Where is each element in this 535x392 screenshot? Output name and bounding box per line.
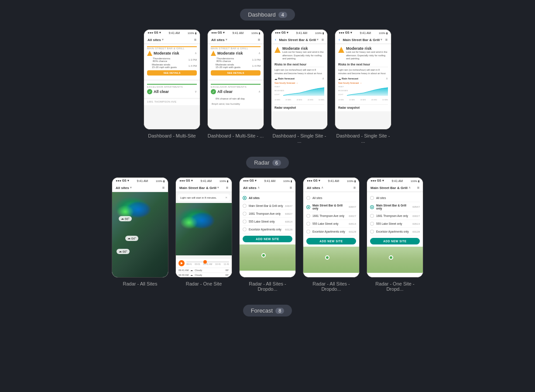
- add-new-site-button-2[interactable]: ADD NEW SITE: [306, 238, 356, 244]
- radio-lake-2: [306, 222, 310, 226]
- thunderstorms-time: 1-3 PM: [189, 58, 197, 61]
- radar-nav-dropdown-3: Main Street Bar & Grill ∧ ≡: [367, 184, 423, 192]
- phone-content-2: MAIN STREET BAR & GRILL Moderate risk ∧ …: [208, 44, 264, 129]
- dashboard-badge[interactable]: Dashboard 4: [240, 9, 295, 21]
- dropdown-overlay-1: All sites Main Street Bar & Grill only 6…: [240, 192, 295, 244]
- phone-frame-dash-multi-1: ●●● GS ▾ 9:41 AM 100% ▮ All sites ▾ ≡ MA…: [144, 29, 200, 130]
- play-button[interactable]: [178, 260, 185, 266]
- risks-section-title: Risks in the next hour: [274, 63, 324, 67]
- dropdown-item-th-1[interactable]: 1681 Thompson Ave only 60027: [243, 210, 292, 218]
- chevron-down-icon-radar-one: ▾: [217, 186, 219, 189]
- rain-chart-2: HEAVY MODERATE LIGHT: [338, 86, 388, 101]
- screenshot-dash-multi-2: ●●● GS ▾ 9:41 AM 100% ▮ All sites ▾ ≡ MA…: [207, 29, 264, 144]
- screenshot-radar-one: ●●● GS ▾ 9:41 AM 100% ▮ Main Street Bar …: [175, 177, 232, 292]
- radar-map-inner: [176, 203, 232, 255]
- screenshot-label-radar-one: Radar - One Site: [186, 281, 222, 286]
- dropdown-label-th-3: 1681 Thompson Ave only: [376, 214, 408, 217]
- screenshot-dash-single-2: ●●● GS ▾ 9:41 AM 100% ▮ ‹ Main Street Ba…: [335, 29, 391, 144]
- radar-blob-r3: [180, 216, 198, 229]
- radar-badge[interactable]: Radar 6: [246, 157, 289, 168]
- hamburger-icon-dd1: ≡: [290, 186, 292, 190]
- radio-all-3: [370, 196, 374, 200]
- screenshot-label-dash-single-2: Dashboard - Single Site - ...: [335, 133, 391, 144]
- wind-icon-2: 🌬: [211, 64, 214, 68]
- radio-ms-2: [306, 205, 310, 209]
- weather-temp-1: 66°: [226, 269, 229, 272]
- dropdown-item-lake-2[interactable]: 555 Lake Street only 60514: [306, 220, 356, 228]
- timeline-bar: 09:41 00:01 09:41 AM 10:41 11:41: [176, 259, 232, 268]
- cloud-icon-r2: ☁: [127, 237, 130, 240]
- thunderstorms-row: ⛈ Thunderstorms 80% chance 1-3 PM: [147, 57, 197, 62]
- dropdown-zip-exc-1: 60128: [285, 228, 292, 231]
- dropdown-content-1: All sites Main Street Bar & Grill only 6…: [240, 192, 295, 277]
- map-dot-2: [325, 255, 329, 260]
- dropdown-item-lake-1[interactable]: 555 Lake Street only 60514: [243, 218, 292, 226]
- dropdown-item-ms-1[interactable]: Main Street Bar & Grill only 60647: [243, 202, 292, 210]
- clear-row: ✓ All clear ∨: [147, 89, 197, 94]
- dashboard-badge-label: Dashboard: [248, 11, 276, 18]
- weather-time-1: 09:41 AM: [178, 269, 189, 272]
- add-new-site-button-3[interactable]: ADD NEW SITE: [370, 238, 420, 244]
- checkmark-icon: ✓: [147, 89, 152, 94]
- see-hourly-link-2[interactable]: See hourly forecast →: [338, 82, 388, 84]
- add-new-site-button-1[interactable]: ADD NEW SITE: [243, 236, 292, 242]
- dropdown-item-all-2[interactable]: All sites: [306, 194, 356, 202]
- weather-row-2: 09:49 AM ☁ Cloudy 64°: [176, 272, 232, 277]
- hamburger-icon-radar-one: ≡: [226, 186, 228, 190]
- dropdown-label-all-2: All sites: [312, 196, 322, 199]
- map-dot-3: [389, 255, 393, 260]
- hamburger-icon-radar: ≡: [162, 186, 165, 190]
- warning-icon: [147, 51, 152, 56]
- dropdown-item-all-3[interactable]: All sites: [370, 194, 420, 202]
- back-arrow-icon-2[interactable]: ‹: [339, 38, 340, 42]
- screenshot-label-radar-dd-1: Radar - All Sites - Dropdo...: [239, 281, 296, 292]
- radio-lake-1: [243, 220, 247, 224]
- dropdown-item-lake-3[interactable]: 555 Lake Street only 60514: [370, 220, 420, 228]
- phone-content-single: Moderate risk Look out for heavy rain an…: [271, 44, 327, 129]
- dropdown-item-exc-2[interactable]: Excelsior Apartments only 60128: [306, 228, 356, 236]
- dropdown-item-all-1[interactable]: All sites: [243, 194, 292, 202]
- chevron-up-icon-3: ∧: [258, 90, 261, 93]
- risks-section-title-2: Risks in the next hour: [338, 63, 388, 67]
- dashboard-badge-count: 4: [278, 12, 287, 18]
- phone-content-single-2: Moderate risk Look out for heavy rain an…: [335, 44, 391, 129]
- dropdown-item-ms-2[interactable]: Main Street Bar & Grill only 60647: [306, 202, 356, 212]
- dashboard-screenshots-row: ●●● GS ▾ 9:41 AM 100% ▮ All sites ▾ ≡ MA…: [9, 29, 526, 144]
- radar-badge-count: 6: [272, 160, 281, 166]
- timeline-dot: [203, 260, 207, 264]
- radio-lake-3: [370, 222, 374, 226]
- forecast-section: Forecast 8: [9, 305, 526, 316]
- timeline-labels: 09:41 00:01 09:41 AM 10:41 11:41: [186, 263, 229, 265]
- chevron-down-icon-2: ▾: [226, 38, 227, 41]
- see-details-button-2[interactable]: SEE DETAILS: [211, 70, 261, 76]
- see-hourly-link[interactable]: See hourly forecast →: [274, 82, 324, 84]
- radio-exc-2: [306, 230, 310, 234]
- radar-nav-one: Main Street Bar & Grill ▾ ≡: [176, 184, 232, 192]
- radar-snapshot-label: Radar snapshot: [274, 104, 324, 109]
- back-arrow-icon[interactable]: ‹: [275, 38, 276, 42]
- radio-th-3: [370, 214, 374, 218]
- see-details-button[interactable]: SEE DETAILS: [147, 70, 197, 76]
- chevron-up-icon-dd3: ∧: [408, 186, 411, 189]
- screenshot-label-radar-dd-2: Radar - All Sites - Dropdo...: [303, 281, 360, 292]
- radar-map: ☁ 66° ☁ 64° ☁ 66°: [112, 192, 168, 277]
- risks-desc-2: Light rain (xx inches/hour) will start i…: [338, 69, 388, 75]
- dropdown-item-ms-3[interactable]: Main Street Bar & Grill only 60547: [370, 202, 420, 212]
- status-bar-2: ●●● GS ▾ 9:41 AM 100% ▮: [208, 30, 264, 36]
- dropdown-label-exc-1: Excelsior Apartments only: [249, 228, 281, 231]
- dropdown-item-th-2[interactable]: 1681 Thompson Ave only 60027: [306, 212, 356, 220]
- battery: 100% ▮: [188, 31, 196, 34]
- dropdown-item-th-3[interactable]: 1681 Thompson Ave only 60027: [370, 212, 420, 220]
- dropdown-zip-lake-3: 60514: [412, 223, 420, 225]
- forecast-badge[interactable]: Forecast 8: [243, 305, 292, 316]
- phone-frame-dash-single-2: ●●● GS ▾ 9:41 AM 100% ▮ ‹ Main Street Ba…: [335, 29, 391, 130]
- phone-frame-radar-dropdown-1: ●●● GS ▾ 9:41 AM 100% ▮ All sites ∧ ≡: [239, 177, 296, 278]
- screenshot-radar-dropdown-3: ●●● GS ▾ 9:41 AM 100% ▮ Main Street Bar …: [367, 177, 423, 292]
- dashboard-section: Dashboard 4 ●●● GS ▾ 9:41 AM 100% ▮ All …: [9, 9, 526, 144]
- dropdown-content-3: All sites Main Street Bar & Grill only 6…: [367, 192, 423, 277]
- map-preview-2: [303, 247, 359, 273]
- dropdown-zip-exc-3: 60128: [412, 230, 420, 233]
- close-icon-one[interactable]: ×: [225, 196, 227, 199]
- dropdown-item-exc-1[interactable]: Excelsior Apartments only 60128: [243, 226, 292, 234]
- dropdown-item-exc-3[interactable]: Excelsior Apartments only 60128: [370, 228, 420, 236]
